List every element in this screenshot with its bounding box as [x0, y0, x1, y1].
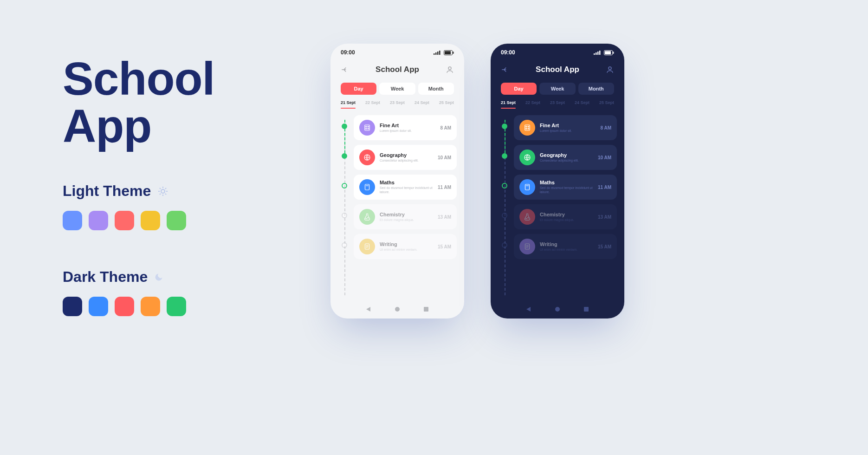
profile-icon[interactable]	[446, 65, 454, 74]
lesson-row[interactable]: Geography Consectetur adipiscing elit. 1…	[340, 145, 457, 170]
swatch	[167, 211, 186, 230]
lesson-row[interactable]: Fine Art Lorem ipsum dolor sit. 8 AM	[500, 115, 617, 140]
lesson-subtitle: Et dolore magna aliqua.	[540, 218, 595, 222]
lesson-title: Fine Art	[380, 123, 437, 128]
tab-month[interactable]: Month	[418, 83, 454, 95]
lesson-card[interactable]: Writing Ut enim ad minim veniam. 15 AM	[354, 234, 457, 259]
date-item[interactable]: 22 Sept	[365, 100, 380, 109]
svg-rect-4	[439, 51, 440, 55]
lesson-row[interactable]: Maths Sed do eiusmod tempor incididunt u…	[500, 175, 617, 200]
svg-point-30	[526, 126, 527, 127]
date-item[interactable]: 25 Sept	[439, 100, 454, 109]
svg-point-0	[161, 189, 165, 193]
timeline-dot	[502, 242, 507, 248]
signal-icon	[434, 50, 441, 55]
date-item[interactable]: 24 Sept	[415, 100, 429, 109]
tab-month[interactable]: Month	[578, 83, 614, 95]
lesson-title: Writing	[380, 241, 435, 247]
lesson-card[interactable]: Geography Consectetur adipiscing elit. 1…	[514, 145, 617, 170]
battery-icon	[444, 50, 454, 55]
lesson-subtitle: Et dolore magna aliqua.	[380, 218, 435, 222]
lesson-title: Maths	[540, 180, 595, 185]
lesson-card[interactable]: Maths Sed do eiusmod tempor incididunt u…	[514, 175, 617, 200]
lesson-card[interactable]: Maths Sed do eiusmod tempor incididunt u…	[354, 175, 457, 200]
date-item[interactable]: 21 Sept	[501, 100, 516, 109]
svg-rect-22	[596, 52, 597, 55]
flask-icon	[359, 209, 375, 225]
lesson-title: Maths	[380, 180, 435, 185]
lesson-card[interactable]: Chemistry Et dolore magna aliqua. 13 AM	[514, 204, 617, 229]
svg-rect-23	[597, 52, 599, 55]
lesson-row[interactable]: Writing Ut enim ad minim veniam. 15 AM	[500, 234, 617, 259]
dark-theme-label: Dark Theme	[63, 268, 148, 286]
lesson-card[interactable]: Geography Consectetur adipiscing elit. 1…	[354, 145, 457, 170]
lesson-row[interactable]: Chemistry Et dolore magna aliqua. 13 AM	[500, 204, 617, 229]
battery-icon	[604, 50, 614, 55]
svg-point-33	[528, 128, 529, 129]
nav-recent-icon[interactable]	[423, 306, 429, 312]
light-theme-block: Light Theme	[63, 182, 186, 230]
lesson-row[interactable]: Geography Consectetur adipiscing elit. 1…	[500, 145, 617, 170]
lesson-time: 15 AM	[598, 244, 611, 249]
svg-point-16	[366, 218, 367, 219]
app-title: School App	[376, 65, 419, 74]
light-theme-label: Light Theme	[63, 182, 151, 200]
lesson-row[interactable]: Maths Sed do eiusmod tempor incididunt u…	[340, 175, 457, 200]
lesson-subtitle: Consectetur adipiscing elit.	[380, 159, 435, 163]
tab-day[interactable]: Day	[501, 83, 537, 95]
swatch	[115, 211, 134, 230]
timeline-dot	[342, 153, 347, 159]
lesson-row[interactable]: Chemistry Et dolore magna aliqua. 13 AM	[340, 204, 457, 229]
globe-icon	[519, 150, 535, 165]
timeline[interactable]: Fine Art Lorem ipsum dolor sit. 8 AM Geo…	[491, 109, 624, 300]
svg-rect-35	[525, 184, 530, 190]
date-picker: 21 Sept22 Sept23 Sept24 Sept25 Sept	[330, 95, 464, 109]
svg-point-37	[528, 218, 529, 219]
sun-icon	[157, 186, 168, 197]
flask-icon	[519, 209, 535, 225]
moon-icon	[154, 273, 163, 282]
svg-rect-24	[599, 51, 601, 55]
lesson-row[interactable]: Writing Ut enim ad minim veniam. 15 AM	[340, 234, 457, 259]
nav-recent-icon[interactable]	[583, 306, 589, 312]
date-item[interactable]: 25 Sept	[599, 100, 614, 109]
lesson-time: 11 AM	[598, 185, 611, 190]
tab-week[interactable]: Week	[379, 83, 415, 95]
lesson-card[interactable]: Fine Art Lorem ipsum dolor sit. 8 AM	[514, 115, 617, 140]
lesson-time: 13 AM	[438, 214, 451, 220]
nav-home-icon[interactable]	[395, 306, 400, 312]
hero-title: School App	[63, 55, 214, 150]
dark-theme-block: Dark Theme	[63, 268, 186, 316]
lesson-subtitle: Consectetur adipiscing elit.	[540, 159, 595, 163]
date-item[interactable]: 21 Sept	[341, 100, 356, 109]
swatch	[115, 297, 134, 316]
status-bar: 09:00	[330, 44, 464, 61]
tab-day[interactable]: Day	[341, 83, 376, 95]
back-icon[interactable]	[501, 65, 509, 74]
date-item[interactable]: 23 Sept	[390, 100, 405, 109]
lesson-card[interactable]: Fine Art Lorem ipsum dolor sit. 8 AM	[354, 115, 457, 140]
tab-week[interactable]: Week	[539, 83, 575, 95]
hero-title-line2: App	[63, 102, 214, 150]
timeline-dot	[342, 242, 347, 248]
lesson-row[interactable]: Fine Art Lorem ipsum dolor sit. 8 AM	[340, 115, 457, 140]
lesson-time: 13 AM	[598, 214, 611, 220]
view-tabs: DayWeekMonth	[491, 78, 624, 95]
nav-home-icon[interactable]	[555, 306, 560, 312]
nav-back-icon[interactable]	[526, 306, 531, 312]
palette-icon	[359, 120, 375, 136]
swatch	[63, 211, 82, 230]
back-icon[interactable]	[341, 65, 349, 74]
date-item[interactable]: 22 Sept	[525, 100, 540, 109]
timeline[interactable]: Fine Art Lorem ipsum dolor sit. 8 AM Geo…	[330, 109, 464, 300]
lesson-title: Geography	[380, 152, 435, 158]
date-item[interactable]: 24 Sept	[575, 100, 589, 109]
svg-rect-40	[584, 307, 589, 312]
lesson-card[interactable]: Writing Ut enim ad minim veniam. 15 AM	[514, 234, 617, 259]
lesson-card[interactable]: Chemistry Et dolore magna aliqua. 13 AM	[354, 204, 457, 229]
swatch	[89, 297, 108, 316]
date-item[interactable]: 23 Sept	[550, 100, 565, 109]
app-nav: School App	[491, 61, 624, 78]
nav-back-icon[interactable]	[366, 306, 371, 312]
profile-icon[interactable]	[606, 65, 614, 74]
